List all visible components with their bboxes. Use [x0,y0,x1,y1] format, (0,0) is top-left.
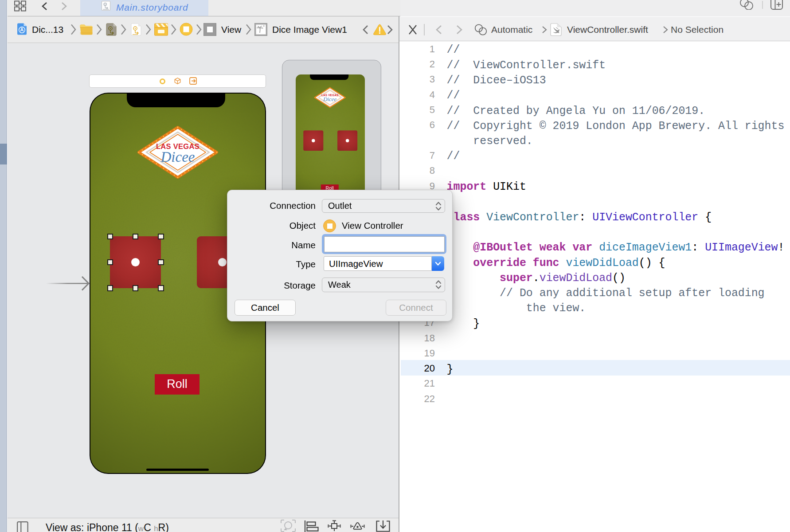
svg-text:Dicee: Dicee [323,96,336,102]
svg-text:Dicee: Dicee [160,149,195,165]
